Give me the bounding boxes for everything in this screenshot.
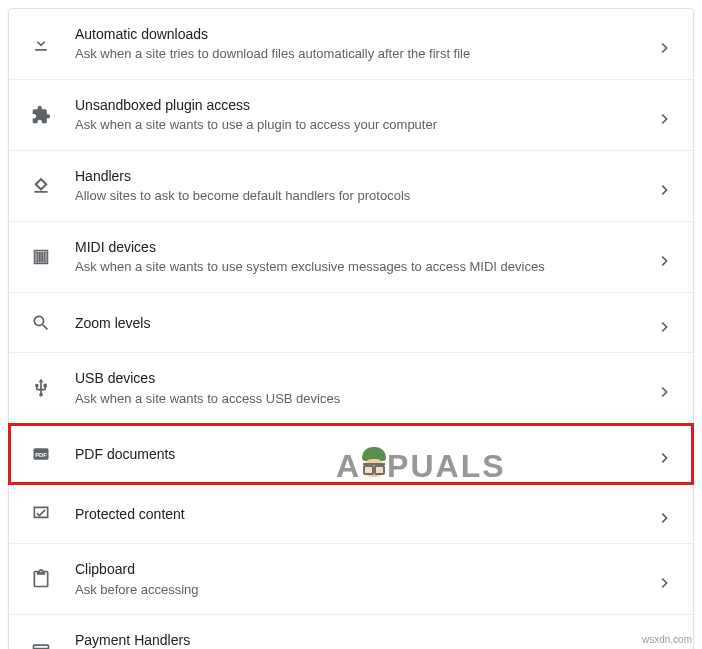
row-subtitle: Ask when a site wants to use a plugin to…: [75, 117, 649, 134]
setting-row-pdf-documents[interactable]: PDF PDF documents: [9, 424, 693, 484]
midi-icon: [31, 247, 51, 267]
zoom-icon: [31, 313, 51, 333]
setting-row-midi-devices[interactable]: MIDI devices Ask when a site wants to us…: [9, 222, 693, 293]
setting-row-usb-devices[interactable]: USB devices Ask when a site wants to acc…: [9, 353, 693, 424]
row-subtitle: Allow sites to ask to become default han…: [75, 188, 649, 205]
row-title: PDF documents: [75, 445, 649, 463]
setting-row-protected-content[interactable]: Protected content: [9, 484, 693, 544]
setting-row-automatic-downloads[interactable]: Automatic downloads Ask when a site trie…: [9, 9, 693, 80]
chevron-right-icon: [661, 509, 671, 519]
row-title: Zoom levels: [75, 314, 649, 332]
row-title: MIDI devices: [75, 238, 649, 256]
row-title: Protected content: [75, 505, 649, 523]
watermark-url: wsxdn.com: [642, 634, 692, 645]
row-subtitle: Ask when a site wants to access USB devi…: [75, 391, 649, 408]
chevron-right-icon: [661, 318, 671, 328]
row-content: MIDI devices Ask when a site wants to us…: [75, 238, 649, 276]
row-title: Payment Handlers: [75, 631, 649, 649]
row-content: Zoom levels: [75, 314, 649, 332]
row-content: Payment Handlers Allow sites to install …: [75, 631, 649, 649]
download-icon: [31, 34, 51, 54]
row-subtitle: Ask when a site tries to download files …: [75, 46, 649, 63]
settings-panel: Automatic downloads Ask when a site trie…: [8, 8, 694, 649]
plugin-icon: [31, 105, 51, 125]
row-content: Protected content: [75, 505, 649, 523]
handlers-icon: [31, 176, 51, 196]
usb-icon: [31, 378, 51, 398]
row-title: Unsandboxed plugin access: [75, 96, 649, 114]
chevron-right-icon: [661, 646, 671, 650]
svg-text:PDF: PDF: [35, 451, 47, 457]
chevron-right-icon: [661, 181, 671, 191]
chevron-right-icon: [661, 574, 671, 584]
row-title: USB devices: [75, 369, 649, 387]
setting-row-handlers[interactable]: Handlers Allow sites to ask to become de…: [9, 151, 693, 222]
setting-row-unsandboxed-plugin[interactable]: Unsandboxed plugin access Ask when a sit…: [9, 80, 693, 151]
row-content: PDF documents: [75, 445, 649, 463]
row-title: Handlers: [75, 167, 649, 185]
chevron-right-icon: [661, 110, 671, 120]
row-subtitle: Ask when a site wants to use system excl…: [75, 259, 649, 276]
row-content: Handlers Allow sites to ask to become de…: [75, 167, 649, 205]
row-content: Automatic downloads Ask when a site trie…: [75, 25, 649, 63]
row-title: Clipboard: [75, 560, 649, 578]
clipboard-icon: [31, 569, 51, 589]
row-content: USB devices Ask when a site wants to acc…: [75, 369, 649, 407]
chevron-right-icon: [661, 39, 671, 49]
setting-row-zoom-levels[interactable]: Zoom levels: [9, 293, 693, 353]
chevron-right-icon: [661, 383, 671, 393]
row-content: Unsandboxed plugin access Ask when a sit…: [75, 96, 649, 134]
row-content: Clipboard Ask before accessing: [75, 560, 649, 598]
setting-row-payment-handlers[interactable]: Payment Handlers Allow sites to install …: [9, 615, 693, 649]
payment-icon: [31, 641, 51, 650]
chevron-right-icon: [661, 449, 671, 459]
row-subtitle: Ask before accessing: [75, 582, 649, 599]
chevron-right-icon: [661, 252, 671, 262]
row-title: Automatic downloads: [75, 25, 649, 43]
setting-row-clipboard[interactable]: Clipboard Ask before accessing: [9, 544, 693, 615]
protected-icon: [31, 504, 51, 524]
pdf-icon: PDF: [31, 444, 51, 464]
